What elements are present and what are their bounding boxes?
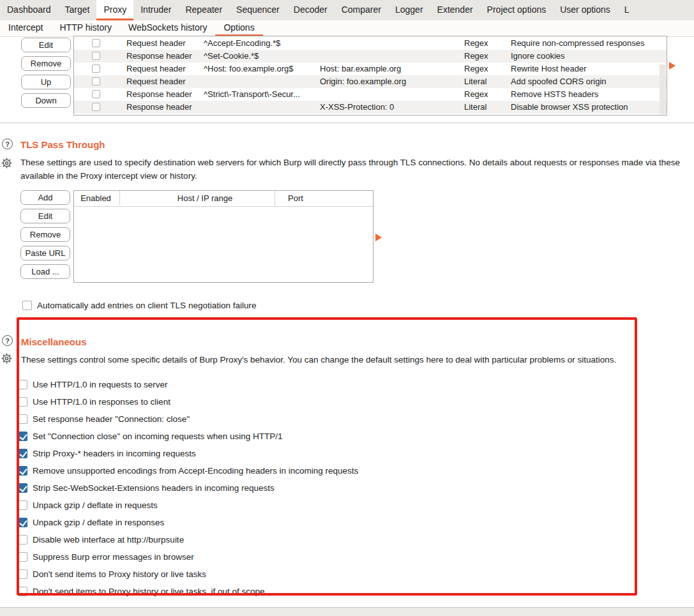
set-connection-close-on-incoming-requests-when-using-http-1-checkbox[interactable] [18, 432, 27, 441]
tab-decoder[interactable]: Decoder [287, 0, 335, 20]
cell-comment: Ignore cookies [511, 50, 565, 63]
disable-web-interface-at-http-burpsuite-checkbox[interactable] [18, 535, 27, 545]
tls-header-host-ip-range: Host / IP range [177, 191, 232, 206]
misc-option-label: Use HTTP/1.0 in responses to client [33, 397, 170, 407]
don-t-send-items-to-proxy-history-or-live-tasks-if-out-of-scope-checkbox[interactable] [18, 587, 27, 596]
remove-button[interactable]: Remove [20, 227, 70, 242]
help-icon[interactable]: ? [2, 335, 13, 346]
tab-dashboard[interactable]: Dashboard [0, 0, 58, 20]
misc-option-row: Don't send items to Proxy history or liv… [18, 566, 358, 583]
miscellaneous-title: Miscellaneous [21, 336, 87, 347]
match-replace-row[interactable]: Response headerX-XSS-Protection: 0Litera… [74, 101, 667, 114]
strip-sec-websocket-extensions-headers-in-incoming-requests-checkbox[interactable] [18, 483, 27, 493]
tls-description-line1: These settings are used to specify desti… [20, 158, 694, 167]
misc-option-label: Disable web interface at http://burpsuit… [33, 535, 184, 545]
misc-option-label: Set "Connection close" on incoming reque… [33, 432, 283, 441]
cell-comment: Remove HSTS headers [511, 88, 598, 101]
cell-type: Literal [464, 75, 487, 88]
miscellaneous-description: These settings control some specific det… [21, 355, 616, 364]
remove-button[interactable]: Remove [21, 56, 71, 71]
cell-type: Regex [464, 37, 488, 50]
misc-option-label: Don't send items to Proxy history or liv… [33, 587, 264, 596]
cell-match: ^Strict\-Transport\-Secur... [204, 88, 317, 101]
don-t-send-items-to-proxy-history-or-live-tasks-checkbox[interactable] [18, 569, 27, 579]
suppress-burp-error-messages-in-browser-checkbox[interactable] [18, 552, 27, 562]
misc-option-label: Set response header "Connection: close" [33, 414, 190, 424]
misc-option-row: Strip Proxy-* headers in incoming reques… [18, 445, 358, 462]
cell-item-type: Request header [126, 75, 186, 88]
use-http-1-0-in-responses-to-client-checkbox[interactable] [18, 397, 27, 407]
unpack-gzip-deflate-in-requests-checkbox[interactable] [18, 500, 27, 510]
edit-button[interactable]: Edit [20, 209, 70, 223]
tls-pass-through-title: TLS Pass Through [20, 139, 105, 150]
load-button[interactable]: Load ... [20, 264, 70, 279]
paste-url-button[interactable]: Paste URL [20, 246, 70, 260]
tab-repeater[interactable]: Repeater [178, 0, 229, 20]
strip-proxy-headers-in-incoming-requests-checkbox[interactable] [18, 449, 27, 458]
cell-item-type: Request header [126, 37, 186, 50]
section-divider [0, 123, 694, 123]
misc-option-row: Don't send items to Proxy history or liv… [18, 583, 358, 600]
match-replace-row[interactable]: Response header^Strict\-Transport\-Secur… [74, 88, 667, 101]
misc-option-row: Unpack gzip / deflate in requests [18, 497, 358, 514]
tab-comparer[interactable]: Comparer [335, 0, 388, 20]
add-button[interactable]: Add [20, 190, 70, 205]
match-replace-table: Request header^Accept-Encoding.*$RegexRe… [73, 36, 667, 116]
tab-intercept[interactable]: Intercept [0, 20, 51, 36]
misc-option-row: Use HTTP/1.0 in responses to client [18, 393, 358, 410]
tab-sequencer[interactable]: Sequencer [229, 0, 287, 20]
row-enabled-checkbox[interactable] [92, 90, 100, 98]
cell-item-type: Response header [126, 88, 192, 101]
row-enabled-checkbox[interactable] [92, 39, 100, 47]
row-enabled-checkbox[interactable] [92, 52, 100, 60]
auto-add-entries-checkbox[interactable] [22, 301, 32, 310]
tab-logger[interactable]: Logger [388, 0, 430, 20]
match-replace-row[interactable]: Request header^Host: foo.example.org$Hos… [74, 63, 667, 75]
match-replace-rows: Request header^Accept-Encoding.*$RegexRe… [74, 37, 667, 114]
cell-match: ^Host: foo.example.org$ [204, 63, 317, 75]
match-replace-row[interactable]: Request header^Accept-Encoding.*$RegexRe… [74, 37, 667, 50]
cell-type: Literal [464, 101, 487, 114]
tab-http-history[interactable]: HTTP history [51, 20, 119, 36]
orange-arrow-icon [669, 62, 675, 70]
cell-type: Regex [464, 50, 488, 63]
misc-option-row: Strip Sec-WebSocket-Extensions headers i… [18, 479, 358, 497]
row-enabled-checkbox[interactable] [92, 103, 100, 111]
cell-replace: X-XSS-Protection: 0 [320, 101, 394, 114]
tab-target[interactable]: Target [58, 0, 97, 20]
column-separator [275, 191, 275, 206]
help-icon[interactable]: ? [2, 139, 13, 149]
use-http-1-0-in-requests-to-server-checkbox[interactable] [18, 380, 27, 389]
tab-intruder[interactable]: Intruder [133, 0, 178, 20]
misc-option-row: Use HTTP/1.0 in requests to server [18, 376, 358, 393]
tab-user-options[interactable]: User options [553, 0, 617, 20]
row-enabled-checkbox[interactable] [92, 77, 100, 86]
tab-options[interactable]: Options [215, 20, 262, 36]
tab-extender[interactable]: Extender [430, 0, 480, 20]
edit-button[interactable]: Edit [21, 38, 71, 52]
misc-option-label: Strip Sec-WebSocket-Extensions headers i… [33, 483, 275, 493]
tab-proxy[interactable]: Proxy [96, 0, 133, 20]
tls-table-header: EnabledHost / IP rangePort [74, 191, 373, 207]
miscellaneous-options: Use HTTP/1.0 in requests to serverUse HT… [18, 376, 358, 600]
set-response-header-connection-close-checkbox[interactable] [18, 414, 27, 424]
table-scrollbar[interactable] [660, 64, 666, 114]
up-button[interactable]: Up [21, 75, 71, 89]
row-enabled-checkbox[interactable] [92, 64, 100, 73]
misc-option-row: Disable web interface at http://burpsuit… [18, 531, 358, 548]
top-tab-bar: DashboardTargetProxyIntruderRepeaterSequ… [0, 0, 694, 20]
unpack-gzip-deflate-in-responses-checkbox[interactable] [18, 518, 27, 527]
tls-description-line2: available in the Proxy intercept view or… [20, 171, 197, 181]
tab-websockets-history[interactable]: WebSockets history [120, 20, 215, 36]
match-replace-row[interactable]: Response header^Set-Cookie.*$RegexIgnore… [74, 50, 667, 63]
down-button[interactable]: Down [21, 93, 71, 108]
cell-type: Regex [464, 88, 488, 101]
match-replace-row[interactable]: Request headerOrigin: foo.example.orgLit… [74, 75, 667, 88]
cell-comment: Disable browser XSS protection [511, 101, 628, 114]
tab-project-options[interactable]: Project options [480, 0, 554, 20]
cell-comment: Rewrite Host header [511, 63, 587, 75]
cell-comment: Add spoofed CORS origin [511, 75, 607, 88]
remove-unsupported-encodings-from-accept-encoding-headers-in-incoming-requests-checkbox[interactable] [18, 466, 27, 476]
misc-option-row: Set response header "Connection: close" [18, 410, 358, 428]
tab-l[interactable]: L [617, 0, 637, 20]
